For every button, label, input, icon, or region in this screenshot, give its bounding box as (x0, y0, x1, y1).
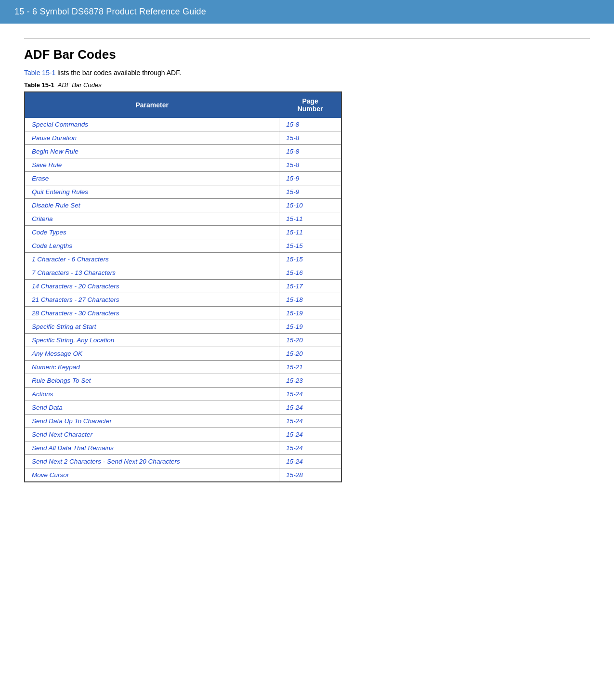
table-row: Special Commands15-8 (25, 118, 341, 131)
param-cell[interactable]: Rule Belongs To Set (25, 374, 279, 388)
page-cell[interactable]: 15-9 (279, 185, 341, 199)
param-cell[interactable]: 28 Characters - 30 Characters (25, 307, 279, 320)
param-cell[interactable]: Send All Data That Remains (25, 441, 279, 455)
page-cell[interactable]: 15-23 (279, 374, 341, 388)
table-row: 1 Character - 6 Characters15-15 (25, 253, 341, 266)
param-cell[interactable]: Send Next 2 Characters - Send Next 20 Ch… (25, 455, 279, 468)
param-cell[interactable]: Disable Rule Set (25, 199, 279, 212)
page-cell[interactable]: 15-19 (279, 320, 341, 334)
param-cell[interactable]: 1 Character - 6 Characters (25, 253, 279, 266)
col2-line1: Page (302, 97, 318, 105)
table-row: Code Types15-11 (25, 226, 341, 239)
page-cell[interactable]: 15-18 (279, 293, 341, 307)
page-cell[interactable]: 15-24 (279, 388, 341, 401)
page-cell[interactable]: 15-8 (279, 158, 341, 172)
table-row: Rule Belongs To Set15-23 (25, 374, 341, 388)
param-cell[interactable]: Send Next Character (25, 428, 279, 441)
page-cell[interactable]: 15-8 (279, 131, 341, 145)
table-caption-label: Table 15-1 (24, 81, 54, 89)
param-cell[interactable]: Special Commands (25, 118, 279, 131)
page-title: ADF Bar Codes (24, 47, 590, 62)
table-row: Specific String at Start15-19 (25, 320, 341, 334)
param-cell[interactable]: Code Lengths (25, 239, 279, 253)
table-caption-title: ADF Bar Codes (58, 81, 102, 89)
page-cell[interactable]: 15-20 (279, 347, 341, 361)
page-cell[interactable]: 15-16 (279, 266, 341, 280)
page-cell[interactable]: 15-8 (279, 145, 341, 158)
param-cell[interactable]: Criteria (25, 212, 279, 226)
table-row: Disable Rule Set15-10 (25, 199, 341, 212)
table-row: Send Next Character15-24 (25, 428, 341, 441)
intro-text-suffix: lists the bar codes available through AD… (55, 69, 181, 77)
param-cell[interactable]: Any Message OK (25, 347, 279, 361)
table-row: Numeric Keypad15-21 (25, 361, 341, 374)
table-ref-link[interactable]: Table 15-1 (24, 69, 55, 77)
param-cell[interactable]: Send Data Up To Character (25, 415, 279, 428)
page-cell[interactable]: 15-11 (279, 212, 341, 226)
page-cell[interactable]: 15-20 (279, 334, 341, 347)
table-caption: Table 15-1 ADF Bar Codes (24, 81, 590, 89)
header-bar: 15 - 6 Symbol DS6878 Product Reference G… (0, 0, 614, 24)
page-cell[interactable]: 15-8 (279, 118, 341, 131)
param-cell[interactable]: 7 Characters - 13 Characters (25, 266, 279, 280)
main-content: ADF Bar Codes Table 15-1 lists the bar c… (0, 24, 614, 502)
page-cell[interactable]: 15-24 (279, 401, 341, 415)
table-row: Move Cursor15-28 (25, 468, 341, 482)
param-cell[interactable]: 21 Characters - 27 Characters (25, 293, 279, 307)
table-row: Pause Duration15-8 (25, 131, 341, 145)
param-cell[interactable]: Begin New Rule (25, 145, 279, 158)
page-cell[interactable]: 15-24 (279, 441, 341, 455)
table-row: Actions15-24 (25, 388, 341, 401)
param-cell[interactable]: Erase (25, 172, 279, 185)
table-row: Begin New Rule15-8 (25, 145, 341, 158)
table-row: Send Next 2 Characters - Send Next 20 Ch… (25, 455, 341, 468)
table-row: Save Rule15-8 (25, 158, 341, 172)
table-row: Send Data15-24 (25, 401, 341, 415)
table-row: Criteria15-11 (25, 212, 341, 226)
table-row: Any Message OK15-20 (25, 347, 341, 361)
page-cell[interactable]: 15-21 (279, 361, 341, 374)
header-text: 15 - 6 Symbol DS6878 Product Reference G… (14, 7, 206, 16)
param-cell[interactable]: Quit Entering Rules (25, 185, 279, 199)
table-row: Erase15-9 (25, 172, 341, 185)
top-divider (24, 38, 590, 39)
intro-paragraph: Table 15-1 lists the bar codes available… (24, 69, 590, 77)
page-cell[interactable]: 15-24 (279, 428, 341, 441)
page-cell[interactable]: 15-24 (279, 455, 341, 468)
table-row: Quit Entering Rules15-9 (25, 185, 341, 199)
page-cell[interactable]: 15-11 (279, 226, 341, 239)
param-cell[interactable]: Specific String, Any Location (25, 334, 279, 347)
param-cell[interactable]: Pause Duration (25, 131, 279, 145)
table-row: 7 Characters - 13 Characters15-16 (25, 266, 341, 280)
page-cell[interactable]: 15-19 (279, 307, 341, 320)
table-row: Specific String, Any Location15-20 (25, 334, 341, 347)
param-cell[interactable]: Specific String at Start (25, 320, 279, 334)
param-cell[interactable]: Send Data (25, 401, 279, 415)
param-cell[interactable]: Save Rule (25, 158, 279, 172)
param-cell[interactable]: Move Cursor (25, 468, 279, 482)
table-header-row: Parameter Page Number (25, 92, 341, 118)
table-row: 28 Characters - 30 Characters15-19 (25, 307, 341, 320)
page-cell[interactable]: 15-10 (279, 199, 341, 212)
col-parameter-header: Parameter (25, 92, 279, 118)
page-cell[interactable]: 15-15 (279, 239, 341, 253)
table-row: Send All Data That Remains15-24 (25, 441, 341, 455)
page-cell[interactable]: 15-28 (279, 468, 341, 482)
page-cell[interactable]: 15-15 (279, 253, 341, 266)
page-cell[interactable]: 15-24 (279, 415, 341, 428)
col-page-number-header: Page Number (279, 92, 341, 118)
page-cell[interactable]: 15-9 (279, 172, 341, 185)
param-cell[interactable]: 14 Characters - 20 Characters (25, 280, 279, 293)
param-cell[interactable]: Actions (25, 388, 279, 401)
page-cell[interactable]: 15-17 (279, 280, 341, 293)
table-row: Code Lengths15-15 (25, 239, 341, 253)
table-row: 14 Characters - 20 Characters15-17 (25, 280, 341, 293)
param-cell[interactable]: Code Types (25, 226, 279, 239)
table-row: 21 Characters - 27 Characters15-18 (25, 293, 341, 307)
adf-bar-codes-table: Parameter Page Number Special Commands15… (24, 91, 342, 482)
param-cell[interactable]: Numeric Keypad (25, 361, 279, 374)
table-row: Send Data Up To Character15-24 (25, 415, 341, 428)
col2-line2: Number (298, 105, 323, 113)
